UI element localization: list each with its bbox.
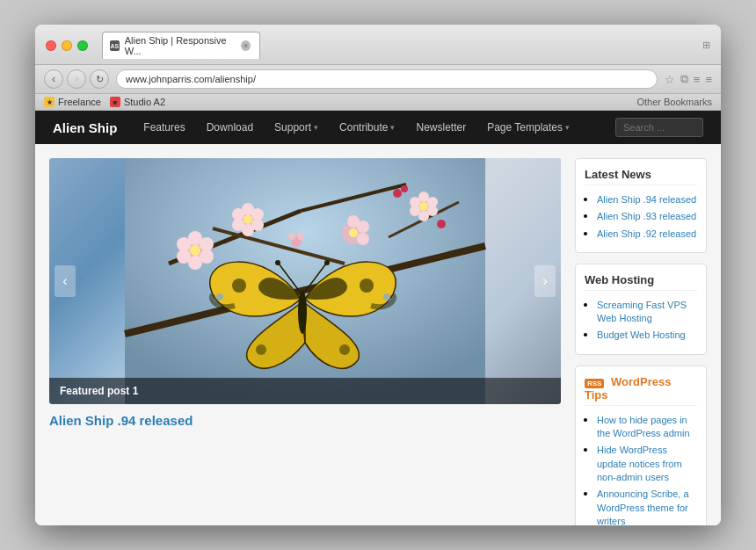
slider-next-button[interactable]: › — [534, 265, 556, 297]
slider-svg — [49, 158, 561, 404]
svg-point-28 — [418, 192, 429, 202]
tab-bar: AS Alien Ship | Responsive W... × — [102, 32, 695, 59]
refresh-button[interactable]: ↻ — [90, 69, 109, 89]
latest-news-link-2[interactable]: Alien Ship .92 released — [597, 228, 696, 239]
nav-support[interactable]: Support ▾ — [265, 114, 327, 141]
image-slider: ‹ › Featured post 1 — [49, 158, 561, 404]
chevron-down-icon: ▾ — [390, 123, 395, 132]
svg-point-47 — [298, 290, 307, 334]
back-button[interactable]: ‹ — [44, 69, 63, 89]
tab-favicon: AS — [110, 40, 120, 51]
svg-point-12 — [177, 237, 191, 251]
svg-rect-0 — [125, 158, 485, 404]
chevron-down-icon: ▾ — [314, 123, 318, 132]
latest-news-title: Latest News — [585, 168, 697, 185]
svg-point-24 — [357, 221, 369, 233]
svg-point-26 — [349, 228, 358, 237]
browser-tab[interactable]: AS Alien Ship | Responsive W... × — [102, 32, 260, 59]
svg-point-49 — [275, 260, 280, 265]
forward-button[interactable]: › — [67, 69, 86, 89]
svg-point-13 — [190, 245, 200, 256]
slider-image — [49, 158, 561, 404]
svg-point-45 — [216, 293, 223, 300]
nav-contribute[interactable]: Contribute ▾ — [331, 114, 403, 141]
other-bookmarks[interactable]: Other Bookmarks — [636, 97, 712, 107]
search-input[interactable] — [615, 118, 703, 137]
wordpress-tips-title: RSS WordPress Tips — [585, 375, 697, 406]
svg-point-42 — [360, 279, 374, 293]
title-bar: AS Alien Ship | Responsive W... × ⊞ — [35, 25, 721, 65]
latest-news-link-1[interactable]: Alien Ship .93 released — [597, 211, 696, 221]
browser-window: AS Alien Ship | Responsive W... × ⊞ ‹ › … — [35, 25, 721, 525]
list-item: Budget Web Hosting — [597, 328, 697, 341]
address-text: www.johnparris.com/alienship/ — [126, 74, 648, 84]
bookmark-studio[interactable]: ■ Studio A2 — [110, 97, 165, 107]
svg-point-16 — [251, 208, 264, 221]
latest-news-list: Alien Ship .94 released Alien Ship .93 r… — [585, 192, 697, 240]
bookmarks-bar: ★ Freelance ■ Studio A2 Other Bookmarks — [35, 94, 721, 111]
bookmark-freelance[interactable]: ★ Freelance — [44, 97, 101, 107]
svg-point-44 — [339, 344, 350, 355]
page-content: Alien Ship Features Download Support ▾ C… — [35, 111, 721, 525]
site-title: Alien Ship — [53, 120, 117, 135]
bookmark-favicon-freelance: ★ — [44, 97, 55, 107]
nav-download[interactable]: Download — [198, 114, 262, 141]
wp-tips-link-2[interactable]: Announcing Scribe, a WordPress theme for… — [597, 488, 689, 525]
svg-point-38 — [393, 189, 402, 198]
web-hosting-link-1[interactable]: Budget Web Hosting — [597, 329, 686, 340]
svg-point-21 — [244, 215, 252, 224]
svg-point-41 — [232, 279, 246, 293]
list-item: Hide WordPress update notices from non-a… — [597, 443, 697, 483]
nav-page-templates[interactable]: Page Templates ▾ — [478, 114, 578, 141]
widget-web-hosting: Web Hosting Screaming Fast VPS Web Hosti… — [575, 264, 707, 355]
svg-point-25 — [357, 233, 369, 245]
svg-point-36 — [288, 233, 295, 240]
sidebar: Latest News Alien Ship .94 released Alie… — [575, 158, 707, 511]
web-hosting-link-0[interactable]: Screaming Fast VPS Web Hosting — [597, 300, 687, 323]
svg-point-46 — [383, 293, 390, 300]
toolbar-icons: ☆ ⧉ ≡ ≡ — [665, 72, 712, 86]
svg-point-43 — [256, 344, 266, 355]
web-hosting-title: Web Hosting — [585, 273, 697, 291]
left-column: ‹ › Featured post 1 Alien Ship .94 relea… — [49, 158, 561, 511]
chevron-down-icon: ▾ — [565, 123, 570, 132]
list-item: Screaming Fast VPS Web Hosting — [597, 298, 697, 325]
rss-icon: RSS — [585, 379, 604, 388]
menu-icon[interactable]: ≡ — [705, 73, 712, 86]
featured-post-link[interactable]: Alien Ship .94 released — [49, 413, 561, 428]
tab-close-icon[interactable]: × — [241, 40, 251, 51]
nav-features[interactable]: Features — [134, 114, 193, 141]
web-hosting-list: Screaming Fast VPS Web Hosting Budget We… — [585, 298, 697, 342]
minimize-button[interactable] — [62, 40, 72, 51]
bookmark-studio-label: Studio A2 — [124, 97, 165, 107]
svg-point-20 — [232, 208, 244, 221]
close-button[interactable] — [46, 40, 56, 51]
maximize-button[interactable] — [77, 40, 88, 51]
window-resize-icon[interactable]: ⊞ — [702, 40, 710, 51]
latest-news-link-0[interactable]: Alien Ship .94 released — [597, 194, 696, 205]
address-bar[interactable]: www.johnparris.com/alienship/ — [116, 69, 658, 89]
widget-wordpress-tips: RSS WordPress Tips How to hide pages in … — [575, 365, 707, 525]
layers-icon[interactable]: ≡ — [694, 73, 701, 86]
svg-point-11 — [177, 250, 191, 264]
svg-point-51 — [324, 260, 330, 265]
wordpress-tips-list: How to hide pages in the WordPress admin… — [585, 413, 697, 525]
list-item: Alien Ship .93 released — [597, 209, 697, 222]
star-icon[interactable]: ☆ — [665, 73, 675, 86]
nav-links: Features Download Support ▾ Contribute ▾… — [134, 114, 615, 141]
svg-point-33 — [410, 197, 420, 207]
svg-point-34 — [419, 202, 428, 211]
slider-caption: Featured post 1 — [49, 378, 561, 404]
bookmark-icon[interactable]: ⧉ — [680, 72, 688, 86]
nav-newsletter[interactable]: Newsletter — [407, 114, 475, 141]
nav-buttons: ‹ › ↻ — [44, 69, 109, 89]
toolbar: ‹ › ↻ www.johnparris.com/alienship/ ☆ ⧉ … — [35, 65, 721, 94]
slider-prev-button[interactable]: ‹ — [55, 265, 76, 297]
wp-tips-link-1[interactable]: Hide WordPress update notices from non-a… — [597, 445, 682, 482]
list-item: How to hide pages in the WordPress admin — [597, 413, 697, 440]
wp-tips-link-0[interactable]: How to hide pages in the WordPress admin — [597, 415, 690, 438]
bookmark-freelance-label: Freelance — [58, 97, 101, 107]
site-nav: Alien Ship Features Download Support ▾ C… — [35, 111, 721, 144]
svg-point-30 — [427, 206, 438, 216]
svg-point-40 — [437, 220, 446, 228]
